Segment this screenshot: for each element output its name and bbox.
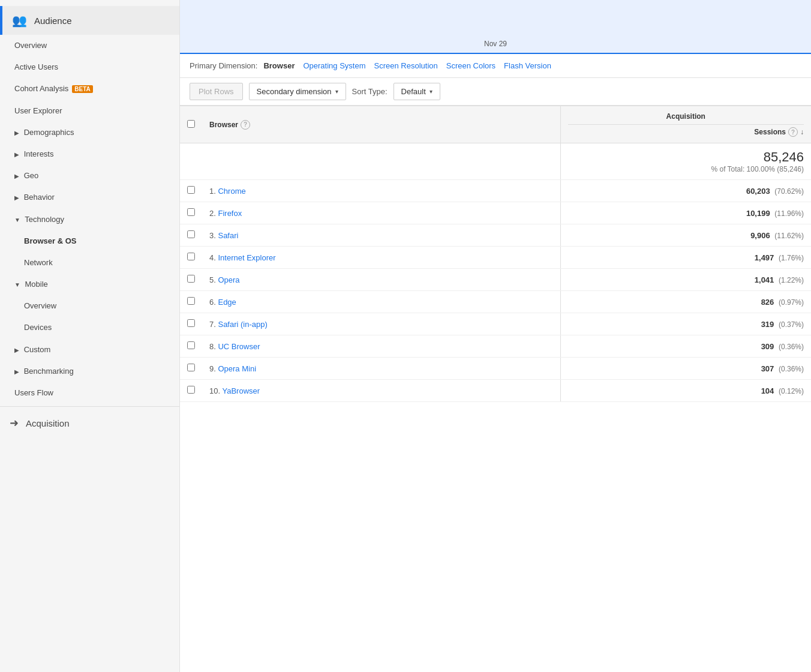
sidebar-item-browser-os[interactable]: Browser & OS: [0, 230, 179, 252]
row-sessions-cell: 1,041 (1.22%): [560, 269, 811, 291]
main-content: Nov 29 Primary Dimension: Browser Operat…: [180, 0, 811, 672]
sessions-count: 10,199: [746, 209, 770, 218]
sidebar-item-active-users[interactable]: Active Users: [0, 56, 179, 78]
row-checkbox[interactable]: [187, 297, 195, 305]
browser-link[interactable]: Edge: [218, 298, 236, 307]
row-checkbox[interactable]: [187, 230, 195, 238]
sort-default-dropdown[interactable]: Default ▾: [394, 83, 440, 100]
total-sessions-cell: 85,246 % of Total: 100.00% (85,246): [560, 143, 811, 180]
sidebar-item-geo[interactable]: ▶ Geo: [0, 165, 179, 187]
sessions-pct: (0.36%): [779, 343, 804, 351]
arrow-icon: ▶: [14, 151, 19, 158]
browser-link[interactable]: Safari (in-app): [218, 320, 267, 329]
row-num: 7.: [209, 320, 216, 329]
browser-link[interactable]: UC Browser: [218, 342, 260, 351]
sessions-count: 309: [761, 342, 774, 351]
secondary-dimension-dropdown[interactable]: Secondary dimension ▾: [249, 83, 346, 100]
sessions-count: 826: [761, 298, 774, 307]
sidebar-item-behavior[interactable]: ▶ Behavior: [0, 187, 179, 208]
table-row: 4. Internet Explorer 1,497 (1.76%): [180, 247, 811, 269]
row-checkbox[interactable]: [187, 208, 195, 216]
browser-link[interactable]: Opera: [218, 275, 239, 284]
browser-link[interactable]: Opera Mini: [218, 364, 256, 373]
row-checkbox-cell: [180, 269, 202, 291]
row-num: 10.: [209, 386, 220, 395]
row-num: 8.: [209, 342, 216, 351]
dim-link-flash-version[interactable]: Flash Version: [504, 61, 551, 70]
row-browser-cell: 3. Safari: [202, 224, 560, 247]
primary-dimension-bar: Primary Dimension: Browser Operating Sys…: [180, 54, 811, 78]
sidebar-item-label: Technology: [25, 215, 64, 224]
table-row: 8. UC Browser 309 (0.36%): [180, 335, 811, 358]
row-checkbox-cell: [180, 380, 202, 402]
sidebar-item-mobile-overview[interactable]: Overview: [0, 295, 179, 317]
sidebar-item-label: Mobile: [25, 280, 48, 289]
row-checkbox[interactable]: [187, 341, 195, 349]
sidebar-item-network[interactable]: Network: [0, 252, 179, 274]
row-browser-cell: 6. Edge: [202, 291, 560, 313]
th-acquisition: Acquisition Sessions ? ↓: [560, 106, 811, 143]
row-checkbox[interactable]: [187, 275, 195, 283]
sidebar-item-user-explorer[interactable]: User Explorer: [0, 100, 179, 122]
sessions-sort-icon[interactable]: ↓: [800, 128, 804, 136]
row-sessions-cell: 319 (0.37%): [560, 313, 811, 335]
sidebar-item-label: Custom: [24, 345, 51, 354]
sidebar-item-technology[interactable]: ▼ Technology: [0, 209, 179, 230]
sidebar-item-users-flow[interactable]: Users Flow: [0, 382, 179, 404]
arrow-icon: ▶: [14, 173, 19, 179]
sidebar-item-benchmarking[interactable]: ▶ Benchmarking: [0, 361, 179, 382]
row-browser-cell: 9. Opera Mini: [202, 358, 560, 380]
row-checkbox[interactable]: [187, 386, 195, 394]
sessions-pct: (0.97%): [779, 298, 804, 307]
sidebar-section-audience[interactable]: 👥 Audience: [0, 6, 179, 35]
browser-link[interactable]: Internet Explorer: [218, 253, 275, 262]
sort-chevron-icon: ▾: [429, 88, 432, 95]
sidebar-item-devices[interactable]: Devices: [0, 317, 179, 338]
row-num: 4.: [209, 253, 216, 262]
browser-link[interactable]: YaBrowser: [222, 386, 260, 395]
sidebar-item-mobile[interactable]: ▼ Mobile: [0, 274, 179, 295]
row-browser-cell: 7. Safari (in-app): [202, 313, 560, 335]
select-all-checkbox[interactable]: [187, 120, 195, 128]
sidebar-item-demographics[interactable]: ▶ Demographics: [0, 122, 179, 143]
beta-badge: BETA: [72, 85, 92, 93]
browser-help-icon[interactable]: ?: [241, 120, 250, 130]
acquisition-icon: ➜: [10, 416, 19, 430]
sidebar-item-label: Cohort Analysis: [14, 84, 68, 93]
row-num: 1.: [209, 187, 216, 196]
sidebar-item-interests[interactable]: ▶ Interests: [0, 143, 179, 165]
sidebar-item-label: Overview: [24, 301, 56, 310]
row-browser-cell: 1. Chrome: [202, 180, 560, 202]
sidebar-item-cohort-analysis[interactable]: Cohort AnalysisBETA: [0, 78, 179, 100]
browser-link[interactable]: Safari: [218, 231, 238, 240]
row-checkbox[interactable]: [187, 364, 195, 371]
total-row: 85,246 % of Total: 100.00% (85,246): [180, 143, 811, 180]
table-row: 7. Safari (in-app) 319 (0.37%): [180, 313, 811, 335]
row-num: 5.: [209, 275, 216, 284]
sidebar-item-acquisition[interactable]: ➜ Acquisition: [0, 409, 179, 437]
row-checkbox[interactable]: [187, 319, 195, 327]
sidebar-item-overview[interactable]: Overview: [0, 35, 179, 56]
browser-link[interactable]: Chrome: [218, 187, 245, 196]
sidebar-item-custom[interactable]: ▶ Custom: [0, 339, 179, 361]
dim-link-screen-res[interactable]: Screen Resolution: [374, 61, 438, 70]
browser-link[interactable]: Firefox: [218, 209, 242, 218]
sessions-help-icon[interactable]: ?: [788, 127, 798, 137]
sessions-pct: (0.37%): [779, 320, 804, 329]
dim-link-screen-colors[interactable]: Screen Colors: [446, 61, 495, 70]
row-num: 3.: [209, 231, 216, 240]
row-checkbox-cell: [180, 313, 202, 335]
sessions-pct: (1.76%): [779, 254, 804, 262]
row-sessions-cell: 104 (0.12%): [560, 380, 811, 402]
sidebar-item-label: Overview: [14, 41, 47, 50]
sessions-count: 319: [761, 320, 774, 329]
table-row: 3. Safari 9,906 (11.62%): [180, 224, 811, 247]
row-num: 6.: [209, 298, 216, 307]
dim-link-os[interactable]: Operating System: [303, 61, 365, 70]
sessions-pct: (70.62%): [774, 187, 804, 196]
row-checkbox[interactable]: [187, 186, 195, 194]
date-label: Nov 29: [484, 40, 507, 48]
plot-rows-button[interactable]: Plot Rows: [190, 83, 243, 100]
row-checkbox[interactable]: [187, 253, 195, 260]
chart-area: Nov 29: [180, 0, 811, 54]
